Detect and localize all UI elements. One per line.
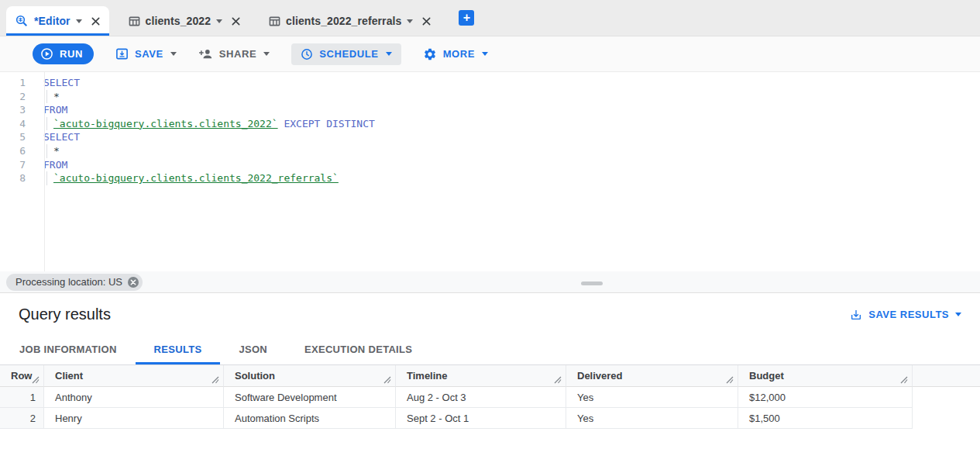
column-label: Budget: [749, 370, 784, 382]
code-text: SELECT: [43, 76, 80, 90]
query-results-header: Query results SAVE RESULTS: [0, 293, 980, 336]
column-header-client: Client: [44, 365, 224, 387]
close-circle-icon[interactable]: [127, 276, 139, 288]
table-icon: [129, 16, 140, 27]
line-number: 3: [0, 103, 35, 117]
row-number-cell: 1: [0, 387, 44, 408]
close-icon[interactable]: [421, 16, 432, 26]
column-label: Client: [55, 370, 83, 382]
gutter-divider: [44, 72, 45, 271]
run-button[interactable]: RUN: [33, 43, 94, 64]
tab-clients-2022[interactable]: clients_2022: [120, 6, 249, 36]
new-tab-button[interactable]: +: [459, 10, 474, 26]
table-row: 1AnthonySoftware DevelopmentAug 2 - Oct …: [0, 387, 980, 408]
share-dropdown-caret[interactable]: [263, 52, 270, 56]
data-cell: Henry: [44, 408, 224, 429]
data-cell: Aug 2 - Oct 3: [396, 387, 566, 408]
query-toolbar: RUN SAVE SHARE SCHEDULE MORE: [0, 36, 980, 72]
results-tab-results[interactable]: RESULTS: [136, 336, 221, 364]
save-results-caret[interactable]: [955, 313, 961, 316]
query-icon: [15, 14, 29, 28]
more-dropdown-caret[interactable]: [482, 52, 488, 56]
download-icon: [850, 309, 862, 321]
save-results-button[interactable]: SAVE RESULTS: [850, 309, 961, 321]
data-cell: Yes: [566, 408, 738, 429]
editor-tabs: *Editorclients_2022clients_2022_referral…: [6, 6, 451, 36]
column-resize-grip[interactable]: [211, 376, 219, 384]
code-line[interactable]: 1SELECT: [0, 76, 980, 90]
column-resize-grip[interactable]: [900, 376, 908, 384]
token-keyword: FROM: [43, 104, 67, 116]
tab-label: clients_2022_referrals: [286, 15, 401, 27]
line-number: 6: [0, 144, 35, 158]
line-number: 7: [0, 158, 35, 172]
results-tabs: JOB INFORMATIONRESULTSJSONEXECUTION DETA…: [0, 336, 980, 365]
token-keyword: SELECT: [43, 131, 80, 143]
data-cell: Sept 2 - Oct 1: [396, 408, 566, 429]
panel-resize-handle[interactable]: [581, 281, 603, 285]
code-line[interactable]: 8`acuto-bigquery.clients.clients_2022_re…: [0, 171, 980, 185]
data-cell: Yes: [566, 387, 738, 408]
code-line[interactable]: 6*: [0, 144, 980, 158]
code-line[interactable]: 3FROM: [0, 103, 980, 117]
editor-tabbar: *Editorclients_2022clients_2022_referral…: [0, 0, 980, 36]
schedule-dropdown-caret[interactable]: [386, 52, 392, 56]
results-tab-execution-details[interactable]: EXECUTION DETAILS: [286, 336, 431, 364]
column-resize-grip[interactable]: [383, 376, 391, 384]
token-keyword: SELECT: [43, 77, 80, 88]
data-cell: Anthony: [44, 387, 224, 408]
column-resize-grip[interactable]: [554, 376, 562, 384]
data-cell: $12,000: [738, 387, 913, 408]
play-icon: [40, 47, 53, 60]
line-number: 2: [0, 90, 35, 104]
code-text: FROM: [43, 103, 67, 117]
share-button[interactable]: SHARE: [198, 48, 270, 60]
token-plain: *: [53, 91, 60, 102]
close-icon[interactable]: [91, 16, 101, 26]
table-row: 2HenryAutomation ScriptsSept 2 - Oct 1Ye…: [0, 408, 980, 429]
processing-location-chip: Processing location: US: [6, 274, 143, 291]
sql-editor[interactable]: 1SELECT2*3FROM4`acuto-bigquery.clients.c…: [0, 72, 980, 271]
token-keyword: EXCEPT DISTINCT: [278, 118, 375, 130]
tab-dropdown-caret[interactable]: [216, 19, 222, 23]
code-text: `acuto-bigquery.clients.clients_2022_ref…: [43, 171, 339, 185]
code-line[interactable]: 2*: [0, 90, 980, 104]
save-dropdown-caret[interactable]: [170, 52, 177, 56]
code-text: *: [43, 90, 60, 104]
results-tab-job-information[interactable]: JOB INFORMATION: [1, 336, 136, 364]
tab-dropdown-caret[interactable]: [407, 19, 413, 23]
column-header-delivered: Delivered: [566, 365, 738, 387]
processing-location-label: Processing location: US: [15, 276, 122, 288]
person-add-icon: [198, 48, 213, 60]
column-header-row: Row: [0, 365, 44, 387]
tab-dropdown-caret[interactable]: [76, 19, 82, 23]
results-tab-json[interactable]: JSON: [220, 336, 286, 364]
save-button[interactable]: SAVE: [115, 47, 177, 60]
column-resize-grip[interactable]: [32, 376, 40, 384]
tab-clients-2022-referrals[interactable]: clients_2022_referrals: [260, 6, 440, 36]
save-label: SAVE: [135, 48, 163, 60]
data-cell: $1,500: [738, 408, 913, 429]
data-cell: Automation Scripts: [224, 408, 396, 429]
close-icon[interactable]: [231, 16, 241, 26]
token-keyword: FROM: [43, 159, 67, 171]
column-resize-grip[interactable]: [726, 376, 734, 384]
more-button[interactable]: MORE: [423, 47, 488, 61]
column-label: Timeline: [407, 370, 448, 382]
schedule-label: SCHEDULE: [319, 48, 378, 60]
token-plain: *: [53, 145, 60, 157]
column-label: Row: [11, 370, 32, 382]
schedule-button[interactable]: SCHEDULE: [291, 43, 401, 65]
line-number: 8: [0, 171, 35, 185]
code-line[interactable]: 7FROM: [0, 158, 980, 172]
tab--editor[interactable]: *Editor: [6, 6, 109, 36]
data-cell: Software Development: [224, 387, 396, 408]
filler-cell: [913, 408, 980, 429]
code-line[interactable]: 4`acuto-bigquery.clients.clients_2022` E…: [0, 117, 980, 131]
filler-cell: [913, 387, 980, 408]
column-header-budget: Budget: [738, 365, 913, 387]
code-text: SELECT: [43, 130, 80, 144]
code-line[interactable]: 5SELECT: [0, 130, 980, 144]
column-label: Delivered: [577, 370, 623, 382]
row-number-cell: 2: [0, 408, 44, 429]
